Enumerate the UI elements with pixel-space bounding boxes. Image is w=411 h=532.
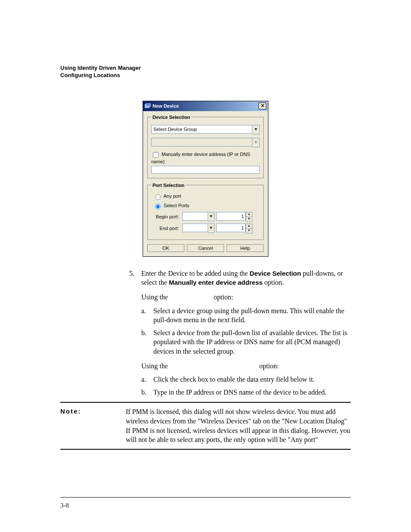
device-selection-group: Device Selection ▼ ▼ Manually enter devi…: [147, 115, 264, 178]
step-5a-number: a.: [141, 306, 146, 316]
device-selection-legend: Device Selection: [151, 115, 191, 120]
device-group-input[interactable]: [151, 125, 252, 134]
port-selection-legend: Port Selection: [151, 183, 186, 188]
ok-button[interactable]: OK: [147, 244, 184, 252]
manual-address-input[interactable]: [151, 166, 260, 174]
begin-port-value[interactable]: [216, 212, 246, 221]
step-5-2b: b. Type in the IP address or DNS name of…: [141, 388, 351, 397]
header-line-1: Using Identity Driven Manager: [60, 65, 351, 72]
spin-up-icon[interactable]: ▲: [246, 224, 252, 228]
step-5-bold-a: Device Selection: [249, 270, 301, 277]
dialog-title: New Device: [153, 103, 257, 109]
chevron-down-icon: ▼: [252, 138, 260, 147]
note-body: If PMM is licensed, this dialog will not…: [126, 407, 351, 444]
using-2-a: Using the: [141, 362, 168, 370]
chevron-down-icon[interactable]: ▼: [208, 212, 215, 221]
step-5b: b. Select a device from the pull-down li…: [141, 328, 351, 356]
spin-down-icon[interactable]: ▼: [246, 228, 252, 233]
select-ports-row[interactable]: Select Ports: [153, 202, 260, 209]
using-line-2: Using theoption:: [141, 361, 351, 371]
begin-port-label: Begin port:: [153, 214, 179, 219]
any-port-label: Any port: [163, 193, 181, 199]
new-device-dialog: New Device ✕ Device Selection ▼ ▼: [143, 101, 268, 257]
any-port-radio[interactable]: [155, 194, 161, 200]
step-5b-text: Select a device from the pull-down list …: [153, 329, 347, 355]
begin-port-row: Begin port: ▼ ▲ ▼: [153, 212, 260, 222]
cancel-button[interactable]: Cancel: [187, 244, 224, 252]
dialog-titlebar[interactable]: New Device ✕: [143, 101, 268, 111]
any-port-row[interactable]: Any port: [153, 193, 260, 200]
svg-rect-1: [146, 103, 150, 106]
step-5-bold-b: Manually enter device address: [169, 279, 263, 286]
step-5-text-a: Enter the Device to be added using the: [141, 270, 249, 277]
select-ports-radio[interactable]: [155, 204, 161, 209]
note-block: Note: If PMM is licensed, this dialog wi…: [60, 402, 351, 449]
port-selection-group: Port Selection Any port Select Ports Beg…: [147, 183, 264, 240]
end-port-label: End port:: [153, 226, 179, 231]
manual-entry-row[interactable]: Manually enter device address (IP or DNS…: [151, 151, 260, 164]
page-header: Using Identity Driven Manager Configurin…: [60, 65, 351, 79]
step-5: 5. Enter the Device to be added using th…: [129, 269, 351, 397]
spin-down-icon[interactable]: ▼: [246, 217, 252, 222]
end-port-row: End port: ▼ ▲ ▼: [153, 224, 260, 233]
step-5-2a-text: Click the check box to enable the data e…: [153, 376, 314, 383]
using-1-b: option:: [214, 293, 233, 301]
step-5a-text: Select a device group using the pull-dow…: [153, 307, 344, 324]
using-line-1: Using theoption:: [141, 292, 351, 302]
begin-port-combo[interactable]: ▼: [182, 212, 215, 221]
window-icon: [145, 103, 151, 109]
device-combo: ▼: [151, 138, 260, 147]
close-button[interactable]: ✕: [258, 103, 266, 109]
step-5b-number: b.: [141, 328, 146, 338]
step-5-2a-number: a.: [141, 375, 146, 384]
step-5a: a. Select a device group using the pull-…: [141, 306, 351, 325]
header-line-2: Configuring Locations: [60, 72, 351, 79]
end-port-spinner[interactable]: ▲ ▼: [216, 224, 252, 233]
note-label: Note:: [60, 407, 115, 444]
chevron-down-icon[interactable]: ▼: [208, 224, 215, 233]
step-5-2b-text: Type in the IP address or DNS name of th…: [153, 389, 327, 396]
using-1-a: Using the: [141, 293, 168, 301]
end-port-value[interactable]: [216, 224, 246, 232]
manual-entry-checkbox[interactable]: [153, 152, 159, 158]
end-port-combo[interactable]: ▼: [182, 224, 215, 233]
page-number: 3-8: [60, 497, 351, 509]
manual-entry-label: Manually enter device address (IP or DNS…: [151, 152, 250, 164]
step-5-2b-number: b.: [141, 388, 146, 397]
help-button[interactable]: Help: [227, 244, 264, 252]
step-5-number: 5.: [129, 269, 134, 278]
select-ports-label: Select Ports: [164, 203, 189, 208]
device-input: [151, 138, 252, 146]
device-group-combo[interactable]: ▼: [151, 125, 260, 134]
end-port-type-input[interactable]: [182, 224, 208, 232]
step-5-text-c: option.: [263, 279, 284, 286]
spin-up-icon[interactable]: ▲: [246, 212, 252, 217]
using-2-b: option:: [259, 362, 279, 370]
begin-port-type-input[interactable]: [182, 212, 208, 221]
chevron-down-icon[interactable]: ▼: [252, 125, 260, 134]
step-5-2a: a. Click the check box to enable the dat…: [141, 375, 351, 384]
begin-port-spinner[interactable]: ▲ ▼: [216, 212, 252, 222]
